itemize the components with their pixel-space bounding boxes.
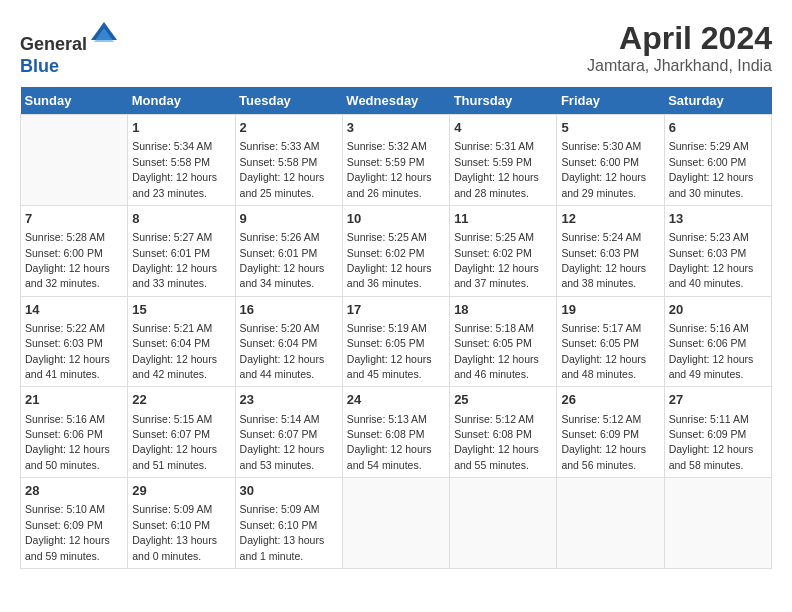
day-number: 5 [561,119,659,137]
logo-blue: Blue [20,56,59,76]
day-number: 17 [347,301,445,319]
day-info: Sunrise: 5:34 AM Sunset: 5:58 PM Dayligh… [132,140,217,198]
calendar-cell: 20Sunrise: 5:16 AM Sunset: 6:06 PM Dayli… [664,296,771,387]
calendar-cell: 22Sunrise: 5:15 AM Sunset: 6:07 PM Dayli… [128,387,235,478]
day-info: Sunrise: 5:32 AM Sunset: 5:59 PM Dayligh… [347,140,432,198]
calendar-cell [450,478,557,569]
day-info: Sunrise: 5:30 AM Sunset: 6:00 PM Dayligh… [561,140,646,198]
day-number: 20 [669,301,767,319]
calendar-cell: 26Sunrise: 5:12 AM Sunset: 6:09 PM Dayli… [557,387,664,478]
day-info: Sunrise: 5:14 AM Sunset: 6:07 PM Dayligh… [240,413,325,471]
day-number: 3 [347,119,445,137]
location: Jamtara, Jharkhand, India [587,57,772,75]
calendar-cell: 4Sunrise: 5:31 AM Sunset: 5:59 PM Daylig… [450,115,557,206]
day-number: 29 [132,482,230,500]
calendar-week-2: 7Sunrise: 5:28 AM Sunset: 6:00 PM Daylig… [21,205,772,296]
weekday-header-monday: Monday [128,87,235,115]
day-number: 23 [240,391,338,409]
calendar-cell: 27Sunrise: 5:11 AM Sunset: 6:09 PM Dayli… [664,387,771,478]
calendar-cell: 15Sunrise: 5:21 AM Sunset: 6:04 PM Dayli… [128,296,235,387]
day-info: Sunrise: 5:12 AM Sunset: 6:09 PM Dayligh… [561,413,646,471]
day-info: Sunrise: 5:11 AM Sunset: 6:09 PM Dayligh… [669,413,754,471]
day-number: 18 [454,301,552,319]
weekday-header-saturday: Saturday [664,87,771,115]
calendar-cell: 21Sunrise: 5:16 AM Sunset: 6:06 PM Dayli… [21,387,128,478]
calendar-cell: 29Sunrise: 5:09 AM Sunset: 6:10 PM Dayli… [128,478,235,569]
calendar-cell: 14Sunrise: 5:22 AM Sunset: 6:03 PM Dayli… [21,296,128,387]
day-number: 12 [561,210,659,228]
calendar-cell: 11Sunrise: 5:25 AM Sunset: 6:02 PM Dayli… [450,205,557,296]
day-number: 27 [669,391,767,409]
calendar-cell: 28Sunrise: 5:10 AM Sunset: 6:09 PM Dayli… [21,478,128,569]
day-info: Sunrise: 5:13 AM Sunset: 6:08 PM Dayligh… [347,413,432,471]
weekday-header-row: SundayMondayTuesdayWednesdayThursdayFrid… [21,87,772,115]
calendar-week-5: 28Sunrise: 5:10 AM Sunset: 6:09 PM Dayli… [21,478,772,569]
day-info: Sunrise: 5:25 AM Sunset: 6:02 PM Dayligh… [454,231,539,289]
page-header: General Blue April 2024 Jamtara, Jharkha… [20,20,772,77]
day-info: Sunrise: 5:19 AM Sunset: 6:05 PM Dayligh… [347,322,432,380]
day-info: Sunrise: 5:15 AM Sunset: 6:07 PM Dayligh… [132,413,217,471]
weekday-header-wednesday: Wednesday [342,87,449,115]
calendar-cell: 9Sunrise: 5:26 AM Sunset: 6:01 PM Daylig… [235,205,342,296]
day-number: 14 [25,301,123,319]
day-number: 21 [25,391,123,409]
calendar-cell: 10Sunrise: 5:25 AM Sunset: 6:02 PM Dayli… [342,205,449,296]
weekday-header-sunday: Sunday [21,87,128,115]
calendar-cell: 23Sunrise: 5:14 AM Sunset: 6:07 PM Dayli… [235,387,342,478]
title-block: April 2024 Jamtara, Jharkhand, India [587,20,772,75]
calendar-cell: 7Sunrise: 5:28 AM Sunset: 6:00 PM Daylig… [21,205,128,296]
day-number: 7 [25,210,123,228]
day-info: Sunrise: 5:28 AM Sunset: 6:00 PM Dayligh… [25,231,110,289]
day-info: Sunrise: 5:22 AM Sunset: 6:03 PM Dayligh… [25,322,110,380]
day-info: Sunrise: 5:25 AM Sunset: 6:02 PM Dayligh… [347,231,432,289]
day-number: 11 [454,210,552,228]
calendar-body: 1Sunrise: 5:34 AM Sunset: 5:58 PM Daylig… [21,115,772,569]
day-number: 9 [240,210,338,228]
calendar-cell: 12Sunrise: 5:24 AM Sunset: 6:03 PM Dayli… [557,205,664,296]
day-info: Sunrise: 5:16 AM Sunset: 6:06 PM Dayligh… [669,322,754,380]
day-info: Sunrise: 5:20 AM Sunset: 6:04 PM Dayligh… [240,322,325,380]
day-number: 24 [347,391,445,409]
calendar-cell: 30Sunrise: 5:09 AM Sunset: 6:10 PM Dayli… [235,478,342,569]
calendar-cell: 13Sunrise: 5:23 AM Sunset: 6:03 PM Dayli… [664,205,771,296]
calendar-cell: 5Sunrise: 5:30 AM Sunset: 6:00 PM Daylig… [557,115,664,206]
day-info: Sunrise: 5:18 AM Sunset: 6:05 PM Dayligh… [454,322,539,380]
calendar-cell [342,478,449,569]
calendar-cell [21,115,128,206]
day-info: Sunrise: 5:16 AM Sunset: 6:06 PM Dayligh… [25,413,110,471]
day-info: Sunrise: 5:27 AM Sunset: 6:01 PM Dayligh… [132,231,217,289]
calendar-cell: 17Sunrise: 5:19 AM Sunset: 6:05 PM Dayli… [342,296,449,387]
day-number: 2 [240,119,338,137]
day-number: 25 [454,391,552,409]
day-info: Sunrise: 5:26 AM Sunset: 6:01 PM Dayligh… [240,231,325,289]
day-info: Sunrise: 5:33 AM Sunset: 5:58 PM Dayligh… [240,140,325,198]
day-number: 16 [240,301,338,319]
logo-icon [89,20,119,50]
calendar-cell: 8Sunrise: 5:27 AM Sunset: 6:01 PM Daylig… [128,205,235,296]
day-info: Sunrise: 5:10 AM Sunset: 6:09 PM Dayligh… [25,503,110,561]
day-info: Sunrise: 5:31 AM Sunset: 5:59 PM Dayligh… [454,140,539,198]
weekday-header-thursday: Thursday [450,87,557,115]
day-number: 10 [347,210,445,228]
day-number: 28 [25,482,123,500]
calendar-cell: 3Sunrise: 5:32 AM Sunset: 5:59 PM Daylig… [342,115,449,206]
day-info: Sunrise: 5:09 AM Sunset: 6:10 PM Dayligh… [132,503,217,561]
calendar-cell [557,478,664,569]
day-number: 4 [454,119,552,137]
calendar-cell: 24Sunrise: 5:13 AM Sunset: 6:08 PM Dayli… [342,387,449,478]
day-info: Sunrise: 5:12 AM Sunset: 6:08 PM Dayligh… [454,413,539,471]
day-number: 8 [132,210,230,228]
weekday-header-friday: Friday [557,87,664,115]
calendar-week-3: 14Sunrise: 5:22 AM Sunset: 6:03 PM Dayli… [21,296,772,387]
day-number: 6 [669,119,767,137]
calendar-week-1: 1Sunrise: 5:34 AM Sunset: 5:58 PM Daylig… [21,115,772,206]
day-number: 15 [132,301,230,319]
calendar-cell: 6Sunrise: 5:29 AM Sunset: 6:00 PM Daylig… [664,115,771,206]
day-info: Sunrise: 5:17 AM Sunset: 6:05 PM Dayligh… [561,322,646,380]
calendar-cell: 2Sunrise: 5:33 AM Sunset: 5:58 PM Daylig… [235,115,342,206]
day-info: Sunrise: 5:09 AM Sunset: 6:10 PM Dayligh… [240,503,325,561]
calendar-cell: 1Sunrise: 5:34 AM Sunset: 5:58 PM Daylig… [128,115,235,206]
day-number: 13 [669,210,767,228]
weekday-header-tuesday: Tuesday [235,87,342,115]
day-number: 1 [132,119,230,137]
